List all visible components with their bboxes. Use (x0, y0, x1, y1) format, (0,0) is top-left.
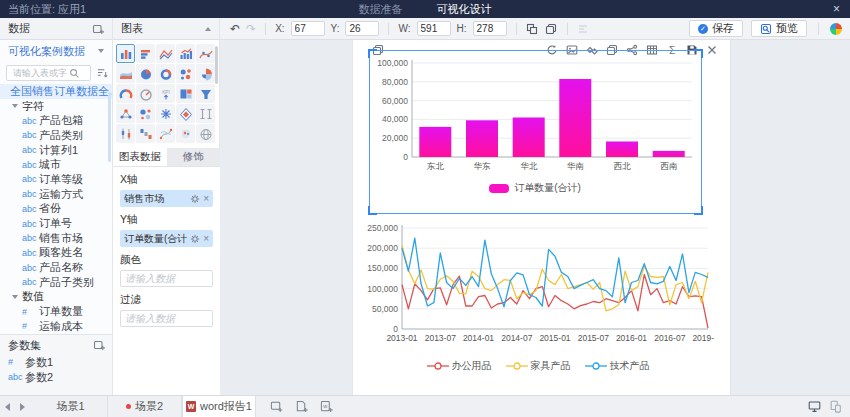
chart-type-relation-graph-icon[interactable] (116, 104, 135, 123)
chart-type-kpi-card-icon[interactable]: KPI (156, 84, 175, 103)
chart-type-scatter-pie-icon[interactable] (176, 64, 195, 83)
bar-chart-widget[interactable]: 020,00040,00060,00080,000100,000东北华东华北华南… (372, 57, 698, 195)
field-item[interactable]: #订单数量 (0, 304, 112, 319)
save-button[interactable]: ✓ 保存 (689, 20, 743, 37)
legend-item[interactable]: 办公用品 (427, 359, 492, 373)
chart-type-pie-chart-icon[interactable] (136, 64, 155, 83)
search-input[interactable] (11, 67, 69, 79)
y-input[interactable] (345, 21, 379, 36)
svg-text:w: w (322, 403, 328, 409)
field-item[interactable]: abc顾客姓名 (0, 246, 112, 261)
search-box[interactable] (6, 65, 91, 81)
field-item[interactable]: abc省份 (0, 202, 112, 217)
dataset-select[interactable]: 可视化案例数据 (0, 40, 112, 62)
close-icon[interactable] (705, 43, 718, 56)
field-item[interactable]: abc产品包箱 (0, 113, 112, 128)
field-item[interactable]: abc订单号 (0, 216, 112, 231)
remove-field-icon[interactable]: × (203, 233, 209, 244)
new-report-button[interactable] (295, 400, 308, 413)
chart-type-flow-map-icon[interactable] (156, 124, 175, 143)
chart-type-area-chart-icon[interactable] (116, 64, 135, 83)
chart-type-line-chart-icon[interactable] (156, 44, 175, 63)
tab-vis-design[interactable]: 可视化设计 (437, 2, 492, 17)
tab-decorate[interactable]: 修饰 (167, 148, 221, 166)
param-item[interactable]: #参数1 (0, 355, 113, 370)
scene-tab-场景2[interactable]: 场景2 (108, 396, 182, 417)
sort-icon[interactable] (95, 67, 108, 80)
chart-type-point-map-icon[interactable] (176, 124, 195, 143)
chart-type-funnel-icon[interactable] (196, 84, 215, 103)
add-table-icon[interactable] (91, 22, 104, 35)
collapse-chevron-icon[interactable] (205, 27, 211, 31)
chart-type-combo-chart-icon[interactable] (176, 44, 195, 63)
field-item[interactable]: abc产品子类别 (0, 275, 112, 290)
chart-type-rose-chart-icon[interactable] (196, 64, 215, 83)
x-axis-field-pill[interactable]: 销售市场 × (120, 190, 213, 207)
tree-group-string[interactable]: 字符 (0, 99, 112, 114)
theme-wheel-icon[interactable] (830, 23, 842, 35)
close-icon[interactable]: × (833, 2, 840, 16)
w-input[interactable] (417, 21, 451, 36)
copy-format-icon[interactable] (545, 22, 558, 35)
field-item[interactable]: abc运输方式 (0, 187, 112, 202)
new-scene-button[interactable] (270, 400, 283, 413)
field-item[interactable]: #运输成本 (0, 319, 112, 334)
field-item[interactable]: abc销售市场 (0, 231, 112, 246)
chart-type-arc-gauge-icon[interactable] (116, 84, 135, 103)
chart-grid-scrollbar[interactable] (215, 46, 218, 84)
chart-type-bubble-chart-icon[interactable] (136, 104, 155, 123)
y-axis-field-pill[interactable]: 订单数量(合计) × (120, 230, 213, 247)
layer-icon[interactable] (526, 22, 539, 35)
line-chart-widget[interactable]: 050,000100,000150,000200,000250,0002013-… (358, 223, 718, 373)
h-input[interactable] (473, 21, 507, 36)
next-scene-icon[interactable] (20, 403, 25, 411)
chart-type-globe-map-icon[interactable] (196, 124, 215, 143)
param-item[interactable]: abc参数2 (0, 370, 113, 385)
scene-tab-word报告1[interactable]: Wword报告1 (182, 396, 256, 417)
tree-group-number[interactable]: 数值 (0, 290, 112, 305)
field-item[interactable]: abc产品名称 (0, 260, 112, 275)
new-word-report-button[interactable]: w (320, 400, 333, 413)
add-param-icon[interactable] (92, 339, 105, 352)
remove-field-icon[interactable]: × (203, 193, 209, 204)
desktop-view-icon[interactable] (808, 400, 821, 413)
chart-type-waterfall-icon[interactable] (136, 124, 155, 143)
legend-item[interactable]: 技术产品 (585, 359, 650, 373)
chart-type-bar-horizontal-icon[interactable] (136, 44, 155, 63)
tab-data-prep[interactable]: 数据准备 (359, 2, 403, 17)
design-canvas[interactable]: Σ 020,00040,00060,00080,000100,000东北华东华北… (220, 40, 850, 395)
preview-button[interactable]: 预览 (751, 20, 807, 37)
resize-handle[interactable] (368, 206, 377, 215)
resize-handle[interactable] (694, 206, 703, 215)
filter-field-input[interactable] (120, 310, 213, 327)
mobile-view-icon[interactable] (829, 400, 842, 413)
chart-type-candlestick-icon[interactable] (116, 124, 135, 143)
align-icon (577, 22, 590, 35)
tab-chart-data[interactable]: 图表数据 (113, 148, 167, 166)
field-item[interactable]: abc产品类别 (0, 128, 112, 143)
chart-type-box-plot-icon[interactable] (196, 104, 215, 123)
field-item[interactable]: abc订单等级 (0, 172, 112, 187)
field-item[interactable]: abc计算列1 (0, 143, 112, 158)
undo-icon[interactable]: ↶ (230, 23, 240, 35)
data-panel-scrollbar[interactable] (108, 92, 111, 162)
color-field-input[interactable] (120, 270, 213, 287)
gear-icon (190, 234, 200, 244)
chart-type-dial-gauge-icon[interactable] (136, 84, 155, 103)
chart-type-treemap-icon[interactable] (176, 84, 195, 103)
legend-item[interactable]: 订单数量(合计) (489, 181, 581, 195)
selected-widget-frame[interactable]: 020,00040,00060,00080,000100,000东北华东华北华南… (369, 50, 702, 214)
chart-type-bar-chart-icon[interactable] (116, 44, 135, 63)
chart-type-donut-chart-icon[interactable] (156, 64, 175, 83)
tree-table-row[interactable]: 全国销售订单数据全... (0, 84, 112, 99)
field-item[interactable]: abc城市 (0, 157, 112, 172)
chart-type-scatter-curve-icon[interactable] (196, 44, 215, 63)
legend-item[interactable]: 家具产品 (506, 359, 571, 373)
prev-scene-icon[interactable] (5, 403, 10, 411)
scene-tab-场景1[interactable]: 场景1 (34, 396, 108, 417)
chart-type-snowflake-icon[interactable] (156, 104, 175, 123)
canvas-sheet[interactable]: Σ 020,00040,00060,00080,000100,000东北华东华北… (352, 40, 731, 395)
redo-icon[interactable]: ↷ (246, 23, 256, 35)
x-input[interactable] (291, 21, 325, 36)
chart-type-radar-chart-icon[interactable] (176, 104, 195, 123)
